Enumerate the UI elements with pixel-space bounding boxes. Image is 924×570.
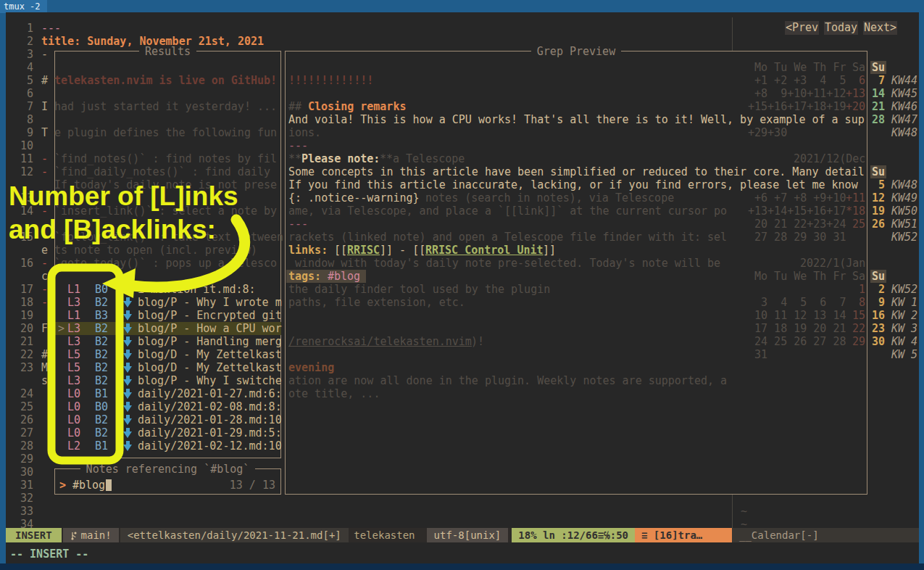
result-item-text[interactable]: blog/P - Handling merg [138, 335, 282, 348]
result-item[interactable]: 18-L3B2blog/P - Why I wrote mpaths, file… [0, 296, 924, 309]
calendar-sunday[interactable]: 21 [872, 100, 885, 113]
links-count[interactable]: L5 [67, 348, 80, 361]
line-number: 26 [13, 413, 33, 426]
calendar-saturday: +20 [846, 100, 865, 113]
result-item-text[interactable]: daily/2021-01-29.md:5: [138, 426, 282, 439]
calendar-week-number: KW 2 [891, 309, 917, 322]
result-item-text[interactable]: blog/P - Encrypted git [138, 309, 282, 322]
terminal-row: 6 +8 9+10+11+12+1314KW45 [0, 87, 924, 100]
file-down-icon [123, 350, 133, 360]
result-item-text[interactable]: blog/P - How a CPU wor [138, 322, 282, 335]
calendar-sunday[interactable]: 7 [872, 74, 885, 87]
buffer-bleed-text: `find_daily_notes()` : find daily [54, 165, 270, 178]
prompt-caret: > [59, 479, 66, 492]
links-count[interactable]: L0 [67, 426, 80, 439]
result-item-text[interactable]: blog/D - My Zettelkast [138, 361, 282, 374]
result-item-text[interactable]: daily/2021-02-12.md:10 [138, 439, 282, 453]
text-run: c [41, 270, 48, 283]
buffer-bleed-text: telekasten.nvim is live on GitHub! [54, 74, 277, 87]
result-item[interactable]: 17-L1B0i mention it.md:8:the daily finde… [0, 283, 924, 296]
backlinks-count[interactable]: B2 [95, 296, 108, 309]
links-count[interactable]: L0 [67, 387, 80, 400]
calendar-sunday[interactable]: 12 [872, 191, 885, 205]
wiki-link[interactable]: RRISC [347, 244, 380, 257]
backlinks-count[interactable]: B0 [95, 400, 108, 413]
frontmatter-delimiter: --- [41, 22, 61, 35]
result-item-selected[interactable]: 20F>L3B2blog/P - How a CPU wor 17 18 19 … [0, 322, 924, 335]
links-count[interactable]: L2 [67, 439, 80, 453]
result-item[interactable]: 25L0B0daily/2021-02-08.md:8: [0, 400, 924, 413]
file-down-icon [123, 415, 133, 425]
calendar-sunday[interactable]: 30 [872, 335, 885, 348]
line-number: 24 [13, 387, 33, 400]
backlinks-count[interactable]: B3 [95, 309, 108, 322]
calendar-days: 27 28 29 30 31 [748, 231, 846, 244]
result-item-text[interactable]: blog/D - My Zettelkast [138, 348, 282, 361]
terminal-row: If today's daily note is not preseIf you… [0, 178, 924, 191]
links-count[interactable]: L3 [67, 374, 80, 387]
result-item[interactable]: sL3B2blog/P - Why I switcheation are now… [0, 374, 924, 387]
mode-message: -- INSERT -- [10, 548, 88, 561]
links-count[interactable]: L1 [67, 309, 80, 322]
links-count[interactable]: L0 [67, 413, 80, 426]
preview-text: Please note: [301, 152, 380, 165]
calendar-sunday[interactable]: 26 [872, 218, 885, 231]
backlinks-count[interactable]: B2 [95, 374, 108, 387]
result-item[interactable]: 19L1B3blog/P - Encrypted git 10 11 12 13… [0, 309, 924, 322]
result-item-text[interactable]: daily/2021-01-27.md:6: [138, 387, 282, 400]
calendar-week-number: KW44 [891, 74, 917, 87]
calendar-sunday[interactable]: 28 [872, 113, 885, 126]
backlinks-count[interactable]: B2 [95, 335, 108, 348]
links-count[interactable]: L3 [67, 335, 80, 348]
file-down-icon [123, 441, 133, 451]
result-item[interactable]: 22#L5B2blog/D - My Zettelkast 31KW 5 [0, 348, 924, 361]
result-item-text[interactable]: daily/2021-02-08.md:8: [138, 400, 282, 413]
search-input[interactable]: #blog [72, 479, 105, 492]
buffer-bleed-text: If today's daily note is not prese [54, 178, 277, 191]
result-item[interactable]: 28L2B1daily/2021-02-12.md:10 [0, 439, 924, 453]
calendar-sunday[interactable]: 19 [872, 205, 885, 218]
result-item[interactable]: 26L0B2daily/2021-01-28.md:10 [0, 413, 924, 426]
links-count[interactable]: L3 [67, 322, 80, 335]
calendar-weekday-header: Su [872, 165, 885, 178]
backlinks-count[interactable]: B1 [95, 387, 108, 400]
terminal-row: 7Ihad just started it yesterday! ...## C… [0, 100, 924, 113]
backlinks-count[interactable]: B0 [95, 283, 108, 296]
backlinks-count[interactable]: B2 [95, 426, 108, 439]
calendar-sunday[interactable]: 23 [872, 322, 885, 335]
result-item-text[interactable]: blog/P - Why I switche [138, 374, 282, 387]
result-item[interactable]: 23ML5B2blog/D - My Zettelkastevening [0, 361, 924, 374]
links-count[interactable]: L0 [67, 400, 80, 413]
result-item-text[interactable]: i mention it.md:8: [138, 283, 256, 296]
wiki-link[interactable]: RRISC Control Unit [425, 244, 544, 257]
tmux-titlebar: tmux -2 [0, 0, 924, 12]
result-item[interactable]: 27L0B2daily/2021-01-29.md:5: [0, 426, 924, 439]
calendar-week-number: KW49 [891, 191, 917, 205]
preview-bleed-text: paths, file extension, etc. [288, 296, 465, 309]
calendar-sunday[interactable]: 14 [872, 87, 885, 100]
calendar-sunday[interactable]: 2 [872, 283, 885, 296]
result-item-text[interactable]: blog/P - Why I wrote m [138, 296, 282, 309]
links-count[interactable]: L1 [67, 283, 80, 296]
calendar-sunday[interactable]: 16 [872, 309, 885, 322]
file-down-icon [123, 310, 133, 321]
result-counter: 13 / 13 [217, 479, 275, 492]
calendar-week-number: KW51 [891, 218, 917, 231]
backlinks-count[interactable]: B2 [95, 348, 108, 361]
result-item[interactable]: 24L0B1daily/2021-01-27.md:6:ote title, .… [0, 387, 924, 400]
result-item[interactable]: 21L3B2blog/P - Handling merg/renerocksai… [0, 335, 924, 348]
backlinks-count[interactable]: B1 [95, 439, 108, 453]
calendar-sunday[interactable]: 9 [872, 296, 885, 309]
tag-match[interactable]: #blog [328, 270, 360, 283]
calendar-saturday: 1 [846, 283, 865, 296]
backlinks-count[interactable]: B2 [95, 361, 108, 374]
result-item-text[interactable]: daily/2021-01-28.md:10 [138, 413, 282, 426]
backlinks-count[interactable]: B2 [95, 413, 108, 426]
calendar-sunday[interactable]: 5 [872, 178, 885, 191]
backlinks-count[interactable]: B2 [95, 322, 108, 335]
links-count[interactable]: L3 [67, 296, 80, 309]
terminal-row: ctags: #blog Mo Tu We Th Fr SaSu [0, 270, 924, 283]
links-count[interactable]: L5 [67, 361, 80, 374]
buffer-bleed-text: `goto_today()` : pops up a Telesco [54, 257, 277, 270]
line-number: 17 [13, 283, 33, 296]
